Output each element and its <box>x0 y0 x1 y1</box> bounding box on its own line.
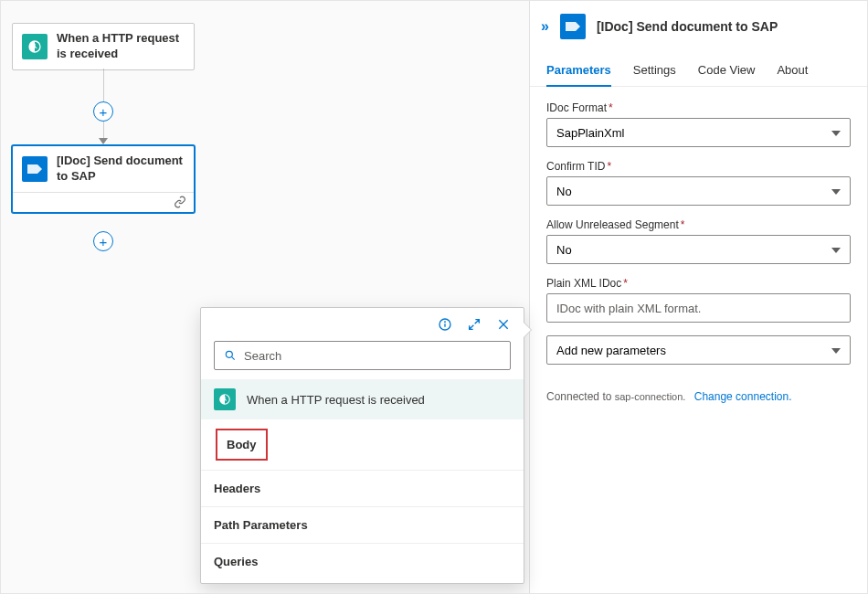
expand-icon[interactable] <box>467 317 482 332</box>
sap-icon <box>560 14 586 39</box>
picker-search-input[interactable]: Search <box>214 341 511 370</box>
action-title: [IDoc] Send document to SAP <box>57 154 185 185</box>
picker-item-body[interactable]: Body <box>214 427 270 462</box>
search-placeholder: Search <box>244 349 281 363</box>
search-icon <box>224 349 237 362</box>
trigger-node[interactable]: When a HTTP request is received <box>12 23 195 70</box>
tab-code-view[interactable]: Code View <box>698 56 756 86</box>
tab-about[interactable]: About <box>777 56 808 86</box>
picker-section-title: When a HTTP request is received <box>247 393 425 407</box>
panel-title: [IDoc] Send document to SAP <box>597 19 778 34</box>
arrow-down-icon <box>99 138 108 144</box>
change-connection-link[interactable]: Change connection. <box>694 390 792 403</box>
http-trigger-icon <box>214 388 236 410</box>
info-icon[interactable] <box>438 317 452 332</box>
close-icon[interactable] <box>496 317 511 332</box>
add-step-button-top[interactable]: + <box>93 101 113 122</box>
confirm-tid-label: Confirm TID* <box>546 160 851 173</box>
dynamic-content-picker: Search When a HTTP request is received B… <box>200 307 524 584</box>
connector-line-2 <box>103 122 104 140</box>
svg-line-6 <box>231 356 234 359</box>
connector-line <box>103 69 104 101</box>
node-footer <box>13 192 194 212</box>
action-node-sap[interactable]: [IDoc] Send document to SAP <box>12 145 195 213</box>
trigger-title: When a HTTP request is received <box>57 31 185 62</box>
add-step-button-bottom[interactable]: + <box>93 231 113 251</box>
details-panel: » [IDoc] Send document to SAP Parameters… <box>529 1 867 593</box>
http-trigger-icon <box>22 34 48 59</box>
idoc-format-select[interactable]: SapPlainXml <box>546 118 851 147</box>
svg-point-2 <box>445 322 446 323</box>
picker-caret-icon <box>524 323 531 337</box>
allow-unreleased-select[interactable]: No <box>546 235 851 264</box>
svg-point-5 <box>226 351 232 357</box>
link-icon <box>174 196 186 208</box>
collapse-panel-icon[interactable]: » <box>541 18 549 35</box>
picker-item-headers[interactable]: Headers <box>201 470 524 506</box>
confirm-tid-select[interactable]: No <box>546 176 851 206</box>
plain-xml-idoc-input[interactable]: IDoc with plain XML format. <box>546 293 851 323</box>
sap-icon <box>22 156 48 182</box>
panel-tabs: Parameters Settings Code View About <box>530 56 867 87</box>
picker-section-header: When a HTTP request is received <box>201 379 524 419</box>
picker-item-queries[interactable]: Queries <box>201 543 524 579</box>
tab-settings[interactable]: Settings <box>633 56 676 86</box>
allow-unreleased-label: Allow Unreleased Segment* <box>546 218 851 231</box>
picker-item-path-parameters[interactable]: Path Parameters <box>201 506 524 543</box>
idoc-format-label: IDoc Format* <box>546 101 851 114</box>
plain-xml-idoc-label: Plain XML IDoc* <box>546 277 851 290</box>
add-new-parameters-select[interactable]: Add new parameters <box>546 335 851 365</box>
connection-info: Connected to sap-connection. Change conn… <box>530 377 867 403</box>
tab-parameters[interactable]: Parameters <box>546 56 611 86</box>
